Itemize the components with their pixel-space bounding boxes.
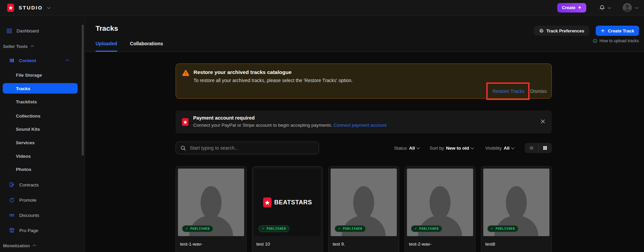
info-icon xyxy=(593,39,597,43)
account-menu[interactable] xyxy=(623,3,638,12)
track-preferences-button[interactable]: Track Preferences xyxy=(534,26,589,36)
sidebar-item-sound-kits[interactable]: Sound Kits xyxy=(0,125,81,133)
sidebar-item-services[interactable]: Services xyxy=(0,138,81,147)
content-library-icon xyxy=(9,58,15,63)
sidebar-item-content[interactable]: Content xyxy=(0,56,81,65)
sort-chevron-down-icon xyxy=(471,146,474,149)
sidebar-item-pro-page[interactable]: Pro Page xyxy=(0,226,81,234)
sidebar-item-label: Videos xyxy=(16,154,31,159)
placeholder-avatar-artwork xyxy=(201,186,222,219)
placeholder-avatar-artwork xyxy=(430,186,450,219)
sidebar-item-dashboard[interactable]: Dashboard xyxy=(0,27,81,35)
dismiss-link[interactable]: Dismiss xyxy=(530,89,547,94)
list-view-icon xyxy=(529,146,534,150)
list-view-button[interactable] xyxy=(525,143,539,153)
track-artwork: ✓ PUBLISHED xyxy=(407,169,473,236)
placeholder-avatar-artwork xyxy=(506,186,527,219)
sidebar-section-seller-tools[interactable]: Seller Tools xyxy=(0,42,81,50)
check-icon: ✓ xyxy=(414,227,417,230)
placeholder-avatar-artwork xyxy=(353,186,374,219)
promote-icon xyxy=(9,197,15,203)
visibility-filter-label: Visibility xyxy=(485,146,502,151)
filter-toolbar: Status All Sort by New to old Visibility… xyxy=(176,142,552,154)
sidebar-item-label: Pro Page xyxy=(19,228,38,233)
grid-view-button[interactable] xyxy=(539,143,552,153)
status-badge: ✓ PUBLISHED xyxy=(182,225,213,232)
sidebar-item-promote[interactable]: Promote xyxy=(0,196,81,204)
visibility-filter-dropdown[interactable]: Visibility All xyxy=(485,146,514,151)
tab-uploaded[interactable]: Uploaded xyxy=(96,41,117,52)
sidebar-item-contracts[interactable]: Contracts xyxy=(0,181,81,189)
sort-filter-label: Sort by xyxy=(430,146,444,151)
sidebar-item-discounts[interactable]: Discounts xyxy=(0,211,81,219)
brand-menu[interactable]: STUDIO xyxy=(7,3,50,12)
visibility-filter-value: All xyxy=(504,146,510,151)
sidebar-item-tracklists[interactable]: Tracklists xyxy=(0,98,81,106)
sidebar-item-label: Sound Kits xyxy=(16,127,40,132)
sidebar-item-photos[interactable]: Photos xyxy=(0,165,81,173)
view-toggle-group xyxy=(525,143,552,153)
seller-tools-label: Seller Tools xyxy=(3,44,28,49)
sidebar-item-label: File Storage xyxy=(16,73,42,78)
sort-filter-dropdown[interactable]: Sort by New to old xyxy=(430,146,473,151)
sidebar-item-collections[interactable]: Collections xyxy=(0,112,81,120)
sidebar: Dashboard Seller Tools Content File Stor… xyxy=(0,16,85,252)
discounts-ticket-icon xyxy=(9,212,15,218)
pro-page-storefront-icon xyxy=(9,228,15,233)
sidebar-item-label: Discounts xyxy=(19,213,39,218)
sparkle-icon: ✦ xyxy=(578,5,582,10)
create-track-label: Create Track xyxy=(608,28,634,33)
visibility-chevron-down-icon xyxy=(511,146,514,149)
bell-icon xyxy=(599,5,605,11)
brand-name: STUDIO xyxy=(19,5,43,10)
check-icon: ✓ xyxy=(262,227,264,230)
sidebar-item-tracks[interactable]: Tracks xyxy=(0,84,81,93)
how-to-upload-link[interactable]: How to upload tracks xyxy=(593,39,639,43)
grid-view-icon xyxy=(543,146,547,150)
sidebar-item-label: Content xyxy=(19,58,36,63)
create-button-label: Create xyxy=(562,5,575,10)
monetization-chevron-up-icon xyxy=(33,244,36,248)
sort-filter-value: New to old xyxy=(446,146,469,151)
status-filter-label: Status xyxy=(394,146,407,151)
restore-archive-banner: Restore your archived tracks catalogue T… xyxy=(176,64,552,99)
contracts-icon xyxy=(9,182,15,187)
track-card[interactable]: ✓ PUBLISHED test-1-wav- xyxy=(176,166,247,252)
track-card[interactable]: BEATSTARS ✓ PUBLISHED test 10 xyxy=(252,166,323,252)
sidebar-item-file-storage[interactable]: File Storage xyxy=(0,71,81,79)
status-badge-label: PUBLISHED xyxy=(266,227,286,230)
check-icon: ✓ xyxy=(338,227,341,230)
search-input[interactable] xyxy=(190,145,315,151)
tab-collaborations[interactable]: Collaborations xyxy=(130,41,163,52)
page-header: Tracks Uploaded Collaborations Track Pre… xyxy=(85,16,644,52)
how-to-upload-label: How to upload tracks xyxy=(599,39,639,43)
gear-icon xyxy=(539,28,544,33)
track-preferences-label: Track Preferences xyxy=(546,28,584,33)
payment-banner-title: Payment account required xyxy=(193,115,255,121)
track-title: test 9. xyxy=(333,242,395,247)
create-button[interactable]: Create ✦ xyxy=(557,3,586,12)
close-icon[interactable] xyxy=(540,119,546,124)
track-title: test-2-wav- xyxy=(409,242,471,247)
status-badge: ✓ PUBLISHED xyxy=(335,225,366,232)
status-filter-dropdown[interactable]: Status All xyxy=(394,146,419,151)
track-card[interactable]: ✓ PUBLISHED test 9. xyxy=(328,166,399,252)
sidebar-section-monetization[interactable]: Monetization xyxy=(0,242,81,250)
status-filter-value: All xyxy=(409,146,415,151)
restore-banner-message: To restore all your archived tracks, ple… xyxy=(194,78,353,83)
avatar xyxy=(623,3,632,12)
track-artwork: ✓ PUBLISHED xyxy=(178,169,244,236)
create-track-button[interactable]: Create Track xyxy=(596,26,639,36)
track-card-grid: ✓ PUBLISHED test-1-wav- BEATSTARS ✓ PUBL… xyxy=(176,166,552,252)
track-card[interactable]: ✓ PUBLISHED test8 xyxy=(481,166,552,252)
track-card[interactable]: ✓ PUBLISHED test-2-wav- xyxy=(405,166,475,252)
beatstars-logo-text: BEATSTARS xyxy=(274,199,312,206)
warning-triangle-icon xyxy=(182,70,189,76)
sidebar-item-label: Dashboard xyxy=(17,28,39,33)
sidebar-scrollbar[interactable] xyxy=(82,25,84,156)
notifications-menu[interactable] xyxy=(599,5,611,11)
restore-tracks-link[interactable]: Restore Tracks xyxy=(493,89,524,94)
connect-payment-link[interactable]: Connect payment account xyxy=(334,123,387,128)
sidebar-item-videos[interactable]: Videos xyxy=(0,152,81,160)
payment-required-banner: Payment account required Connect your Pa… xyxy=(176,110,552,133)
